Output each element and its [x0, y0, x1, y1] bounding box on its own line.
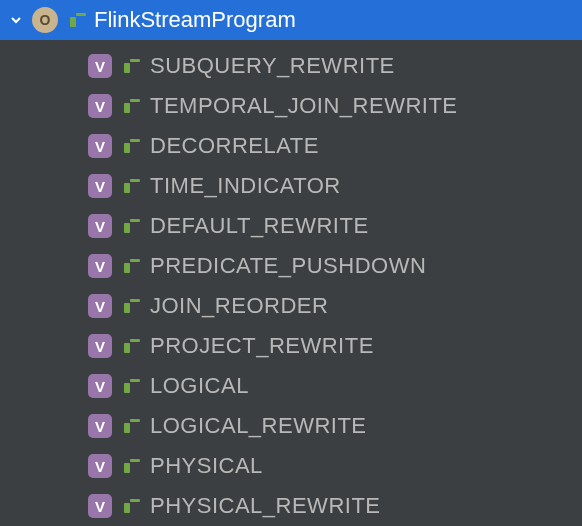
variable-badge: V — [88, 174, 112, 198]
svg-rect-21 — [124, 423, 130, 433]
tree-header[interactable]: O FlinkStreamProgram — [0, 0, 582, 40]
avatar: O — [32, 7, 58, 33]
class-icon — [122, 217, 140, 235]
svg-rect-13 — [124, 263, 130, 273]
svg-rect-22 — [130, 459, 140, 462]
item-label: SUBQUERY_REWRITE — [150, 53, 395, 79]
tree-list: V SUBQUERY_REWRITE V TEMPORAL_JOIN_REWRI… — [0, 40, 582, 526]
svg-rect-7 — [124, 143, 130, 153]
class-icon — [122, 97, 140, 115]
class-icon — [122, 57, 140, 75]
tree-item[interactable]: V PHYSICAL — [0, 446, 582, 486]
svg-rect-0 — [76, 13, 86, 16]
svg-rect-24 — [130, 499, 140, 502]
svg-rect-19 — [124, 383, 130, 393]
item-label: TIME_INDICATOR — [150, 173, 341, 199]
tree-item[interactable]: V TIME_INDICATOR — [0, 166, 582, 206]
tree-item[interactable]: V SUBQUERY_REWRITE — [0, 46, 582, 86]
variable-badge: V — [88, 94, 112, 118]
svg-rect-16 — [130, 339, 140, 342]
class-icon — [122, 457, 140, 475]
class-icon — [122, 177, 140, 195]
svg-rect-3 — [124, 63, 130, 73]
item-label: JOIN_REORDER — [150, 293, 328, 319]
variable-badge: V — [88, 254, 112, 278]
item-label: DECORRELATE — [150, 133, 319, 159]
variable-badge: V — [88, 214, 112, 238]
svg-rect-10 — [130, 219, 140, 222]
avatar-letter: O — [40, 12, 51, 28]
svg-rect-23 — [124, 463, 130, 473]
item-label: DEFAULT_REWRITE — [150, 213, 369, 239]
svg-rect-18 — [130, 379, 140, 382]
svg-rect-25 — [124, 503, 130, 513]
svg-rect-15 — [124, 303, 130, 313]
variable-badge: V — [88, 454, 112, 478]
class-icon — [122, 257, 140, 275]
svg-rect-17 — [124, 343, 130, 353]
svg-rect-1 — [70, 17, 76, 27]
item-label: PREDICATE_PUSHDOWN — [150, 253, 426, 279]
class-icon — [122, 137, 140, 155]
tree-item[interactable]: V LOGICAL_REWRITE — [0, 406, 582, 446]
variable-badge: V — [88, 494, 112, 518]
item-label: PHYSICAL_REWRITE — [150, 493, 381, 519]
variable-badge: V — [88, 134, 112, 158]
svg-rect-5 — [124, 103, 130, 113]
variable-badge: V — [88, 334, 112, 358]
svg-rect-8 — [130, 179, 140, 182]
variable-badge: V — [88, 294, 112, 318]
item-label: PROJECT_REWRITE — [150, 333, 374, 359]
svg-rect-9 — [124, 183, 130, 193]
svg-rect-2 — [130, 59, 140, 62]
svg-rect-20 — [130, 419, 140, 422]
tree-item[interactable]: V PROJECT_REWRITE — [0, 326, 582, 366]
svg-rect-6 — [130, 139, 140, 142]
tree-item[interactable]: V PHYSICAL_REWRITE — [0, 486, 582, 526]
tree-item[interactable]: V PREDICATE_PUSHDOWN — [0, 246, 582, 286]
svg-rect-14 — [130, 299, 140, 302]
item-label: LOGICAL_REWRITE — [150, 413, 367, 439]
class-icon — [122, 417, 140, 435]
variable-badge: V — [88, 414, 112, 438]
tree-item[interactable]: V DEFAULT_REWRITE — [0, 206, 582, 246]
variable-badge: V — [88, 54, 112, 78]
item-label: LOGICAL — [150, 373, 249, 399]
header-title: FlinkStreamProgram — [94, 7, 296, 33]
class-icon — [68, 11, 86, 29]
class-icon — [122, 497, 140, 515]
svg-rect-4 — [130, 99, 140, 102]
svg-rect-11 — [124, 223, 130, 233]
tree-item[interactable]: V TEMPORAL_JOIN_REWRITE — [0, 86, 582, 126]
class-icon — [122, 337, 140, 355]
class-icon — [122, 297, 140, 315]
item-label: PHYSICAL — [150, 453, 263, 479]
tree-item[interactable]: V DECORRELATE — [0, 126, 582, 166]
chevron-down-icon[interactable] — [8, 12, 24, 28]
svg-rect-12 — [130, 259, 140, 262]
item-label: TEMPORAL_JOIN_REWRITE — [150, 93, 458, 119]
tree-item[interactable]: V LOGICAL — [0, 366, 582, 406]
class-icon — [122, 377, 140, 395]
tree-item[interactable]: V JOIN_REORDER — [0, 286, 582, 326]
variable-badge: V — [88, 374, 112, 398]
